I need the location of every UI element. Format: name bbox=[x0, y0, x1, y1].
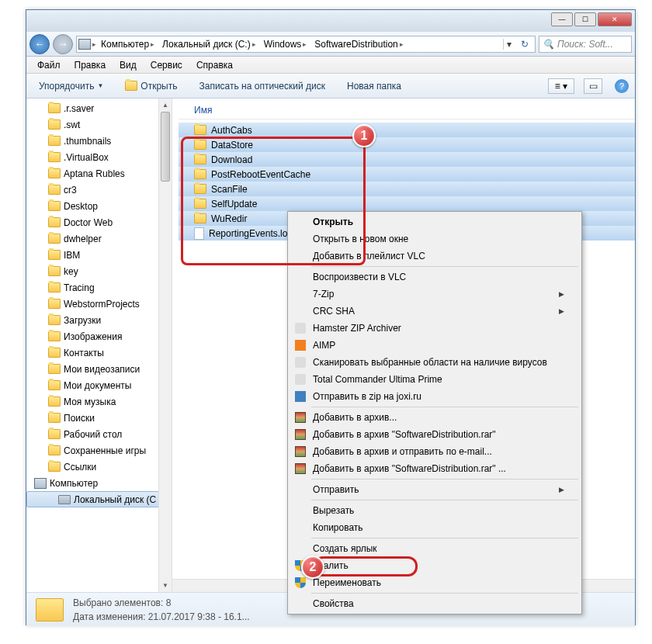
tree-item[interactable]: Мои документы bbox=[26, 377, 172, 393]
context-menu-item[interactable]: CRC SHA▶ bbox=[290, 303, 580, 320]
context-item-icon bbox=[294, 322, 307, 334]
tree-item[interactable]: WebstormProjects bbox=[26, 296, 172, 312]
context-menu-item[interactable]: Свойства bbox=[290, 595, 580, 612]
context-menu-item[interactable]: Воспроизвести в VLC bbox=[290, 268, 580, 286]
file-name: DataStore bbox=[211, 140, 253, 151]
tree-item[interactable]: Загрузки bbox=[26, 312, 172, 328]
refresh-button[interactable]: ↻ bbox=[516, 39, 533, 50]
context-menu-item[interactable]: Открыть в новом окне bbox=[290, 230, 580, 248]
close-button[interactable]: ✕ bbox=[598, 12, 632, 26]
scroll-down-icon[interactable]: ▼ bbox=[159, 579, 172, 592]
new-folder-button[interactable]: Новая папка bbox=[341, 78, 408, 94]
dropdown-icon[interactable]: ▾ bbox=[503, 39, 515, 50]
tree-item[interactable]: cr3 bbox=[26, 182, 172, 198]
tree-item-label: Компьютер bbox=[50, 478, 98, 489]
tree-item[interactable]: Doctor Web bbox=[26, 214, 172, 230]
tree-item[interactable]: Сохраненные игры bbox=[26, 442, 172, 459]
tree-item[interactable]: Локальный диск (C bbox=[26, 491, 172, 507]
file-name: SelfUpdate bbox=[211, 199, 257, 209]
breadcrumb[interactable]: SoftwareDistribution▸ bbox=[311, 36, 406, 52]
scroll-handle[interactable] bbox=[161, 112, 170, 182]
forward-button[interactable]: → bbox=[53, 34, 73, 54]
tree-item[interactable]: .VirtualBox bbox=[26, 149, 172, 165]
context-menu-item[interactable]: Копировать bbox=[290, 519, 580, 536]
menu-help[interactable]: Справка bbox=[190, 58, 239, 72]
view-options-button[interactable]: ≡ ▾ bbox=[548, 78, 574, 94]
tree-item[interactable]: Мои видеозаписи bbox=[26, 361, 172, 377]
context-menu-item[interactable]: Добавить в плейлист VLC bbox=[290, 248, 580, 265]
scroll-up-icon[interactable]: ▲ bbox=[159, 99, 172, 112]
search-input[interactable]: 🔍 Поиск: Soft... bbox=[539, 36, 632, 53]
maximize-button[interactable]: ☐ bbox=[574, 12, 596, 26]
tree-item[interactable]: Изображения bbox=[26, 328, 172, 345]
tree-item[interactable]: Поиски bbox=[26, 410, 172, 426]
folder-icon bbox=[48, 152, 61, 162]
context-item-label: Добавить в архив... bbox=[313, 412, 397, 423]
minimize-button[interactable]: — bbox=[551, 12, 573, 26]
column-header-name[interactable]: Имя bbox=[179, 102, 635, 119]
context-menu-item[interactable]: 7-Zip▶ bbox=[290, 286, 580, 303]
tree-item[interactable]: Компьютер bbox=[26, 475, 172, 491]
context-menu-item[interactable]: Отправить в zip на joxi.ru bbox=[290, 388, 580, 405]
tree-item[interactable]: Контакты bbox=[26, 345, 172, 361]
tree-item[interactable]: dwhelper bbox=[26, 230, 172, 247]
context-menu-item[interactable]: Total Commander Ultima Prime bbox=[290, 371, 580, 388]
context-menu-item[interactable]: Переименовать bbox=[290, 574, 580, 591]
file-item[interactable]: AuthCabs bbox=[179, 123, 635, 137]
tree-item[interactable]: Рабочий стол bbox=[26, 426, 172, 442]
menu-tools[interactable]: Сервис bbox=[144, 58, 189, 72]
context-menu-item[interactable]: Добавить в архив "SoftwareDistribution.r… bbox=[290, 426, 580, 443]
context-menu-item[interactable]: Сканировать выбранные области на наличие… bbox=[290, 354, 580, 371]
context-menu-item[interactable]: Отправить▶ bbox=[290, 481, 580, 498]
context-menu-item[interactable]: Hamster ZIP Archiver bbox=[290, 320, 580, 337]
tree-item[interactable]: Aptana Rubles bbox=[26, 165, 172, 182]
file-item[interactable]: ScanFile bbox=[179, 182, 635, 196]
open-button[interactable]: Открыть bbox=[119, 78, 183, 94]
file-icon bbox=[194, 227, 204, 240]
tree-item[interactable]: key bbox=[26, 263, 172, 279]
file-item[interactable]: DataStore bbox=[179, 137, 635, 152]
context-item-icon bbox=[294, 462, 307, 475]
tree-item[interactable]: IBM bbox=[26, 247, 172, 263]
organize-button[interactable]: Упорядочить ▼ bbox=[33, 78, 109, 94]
titlebar: — ☐ ✕ bbox=[26, 10, 635, 32]
tree-item[interactable]: Tracing bbox=[26, 279, 172, 296]
context-menu-item[interactable]: Вырезать bbox=[290, 502, 580, 519]
menu-file[interactable]: Файл bbox=[31, 58, 67, 72]
tree-item[interactable]: .thumbnails bbox=[26, 133, 172, 149]
tree-item[interactable]: .r.saver bbox=[26, 100, 172, 116]
menu-view[interactable]: Вид bbox=[113, 58, 143, 72]
burn-button[interactable]: Записать на оптический диск bbox=[192, 78, 331, 94]
folder-icon bbox=[48, 185, 61, 195]
context-item-label: Копировать bbox=[313, 522, 363, 533]
file-item[interactable]: Download bbox=[179, 152, 635, 167]
preview-pane-button[interactable]: ▭ bbox=[584, 78, 602, 94]
context-menu-item[interactable]: Открыть bbox=[290, 213, 580, 230]
folder-icon bbox=[48, 234, 61, 244]
address-bar[interactable]: ▸ Компьютер▸ Локальный диск (C:)▸ Window… bbox=[76, 36, 536, 53]
context-separator bbox=[311, 500, 578, 500]
breadcrumb[interactable]: Локальный диск (C:)▸ bbox=[159, 36, 259, 52]
tree-item[interactable]: .swt bbox=[26, 116, 172, 133]
context-menu-item[interactable]: Создать ярлык bbox=[290, 540, 580, 557]
help-button[interactable]: ? bbox=[615, 79, 629, 93]
menu-edit[interactable]: Правка bbox=[68, 58, 113, 72]
context-item-icon bbox=[294, 445, 307, 458]
context-item-label: Удалить bbox=[313, 560, 349, 571]
tree-item-label: Doctor Web bbox=[64, 217, 113, 228]
file-item[interactable]: PostRebootEventCache bbox=[179, 167, 635, 182]
context-menu-item[interactable]: Добавить в архив... bbox=[290, 409, 580, 426]
context-menu-item[interactable]: AIMP bbox=[290, 337, 580, 354]
tree-item[interactable]: Моя музыка bbox=[26, 393, 172, 410]
folder-icon bbox=[48, 396, 61, 407]
back-button[interactable]: ← bbox=[29, 34, 50, 54]
tree-item[interactable]: Ссылки bbox=[26, 459, 172, 475]
context-menu-item[interactable]: Добавить в архив и отправить по e-mail..… bbox=[290, 443, 580, 460]
breadcrumb[interactable]: Компьютер▸ bbox=[98, 36, 158, 52]
context-menu-item[interactable]: Удалить bbox=[290, 557, 580, 574]
file-item[interactable]: SelfUpdate bbox=[179, 196, 635, 211]
context-menu-item[interactable]: Добавить в архив "SoftwareDistribution.r… bbox=[290, 460, 580, 477]
breadcrumb[interactable]: Windows▸ bbox=[261, 36, 310, 52]
tree-item[interactable]: Desktop bbox=[26, 198, 172, 214]
vertical-scrollbar[interactable]: ▲ ▼ bbox=[158, 99, 172, 592]
